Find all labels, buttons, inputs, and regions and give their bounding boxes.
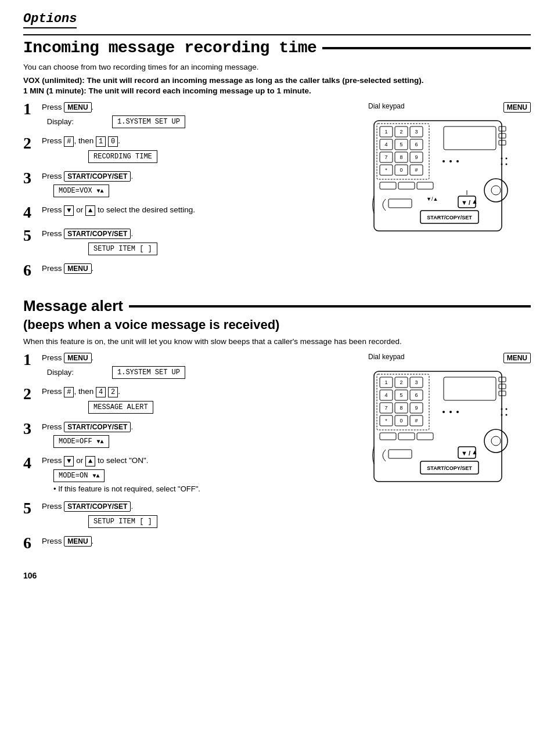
step-1: 1 Press MENU. Display: 1.SYSTEM SET UP	[23, 102, 357, 128]
svg-text:6: 6	[415, 392, 418, 398]
svg-rect-27	[380, 182, 396, 189]
svg-text:5: 5	[400, 392, 402, 398]
svg-rect-79	[398, 433, 415, 440]
section2-title: Message alert	[23, 297, 531, 315]
svg-text:7: 7	[384, 405, 387, 411]
s2-step-3: 3 Press START/COPY/SET. MODE=OFF ▼▲	[23, 422, 357, 448]
up-arrow-key: ▲	[85, 205, 95, 216]
s2-up-arrow-key: ▲	[85, 456, 95, 466]
svg-text:#: #	[415, 167, 418, 173]
s2-step-4: 4 Press ▼ or ▲ to select "ON". MODE=ON ▼…	[23, 456, 357, 493]
page-number: 106	[23, 571, 531, 580]
svg-point-41	[491, 186, 501, 195]
menu-button-ref2: MENU	[64, 263, 91, 274]
svg-text:4: 4	[384, 142, 387, 147]
device-diagram-2: 1 2 3 4 5 6 7 8 9 *	[368, 366, 525, 493]
svg-text:*: *	[385, 167, 387, 173]
svg-rect-28	[398, 182, 415, 189]
svg-rect-52	[444, 377, 496, 400]
s2-display-setup-item: SETUP ITEM [ ]	[88, 515, 157, 528]
hash-key: #	[64, 136, 74, 147]
svg-text:3: 3	[415, 379, 418, 385]
svg-point-88	[506, 408, 508, 410]
display-setup-item-1: SETUP ITEM [ ]	[88, 243, 157, 255]
svg-text:▲: ▲	[472, 448, 478, 455]
svg-text:9: 9	[415, 405, 418, 411]
svg-rect-84	[499, 377, 506, 382]
s2-step-6: 6 Press MENU.	[23, 536, 357, 551]
s2-step-5: 5 Press START/COPY/SET. SETUP ITEM [ ]	[23, 501, 357, 528]
svg-text:1: 1	[384, 379, 387, 385]
svg-point-30	[443, 160, 445, 162]
svg-rect-34	[499, 133, 506, 138]
section1-diagram: Dial keypad MENU 1 2 3 4	[368, 102, 531, 287]
s2-down-arrow-key: ▼	[64, 456, 74, 466]
svg-rect-50	[388, 199, 412, 208]
menu-diagram-label: MENU	[503, 102, 531, 113]
svg-point-40	[484, 179, 508, 202]
s2-menu-button-ref: MENU	[64, 353, 91, 363]
start-copy-set-ref2: START/COPY/SET	[64, 229, 131, 239]
section2-intro: When this feature is on, the unit will l…	[23, 337, 531, 346]
svg-point-83	[456, 411, 459, 413]
svg-point-36	[501, 158, 503, 160]
section2: Message alert (beeps when a voice messag…	[23, 297, 531, 559]
svg-text:/: /	[469, 450, 470, 457]
svg-rect-78	[380, 433, 396, 440]
svg-rect-35	[499, 140, 506, 145]
section1-steps: 1 Press MENU. Display: 1.SYSTEM SET UP 2	[23, 102, 357, 287]
svg-point-92	[491, 436, 501, 446]
step-5: 5 Press START/COPY/SET. SETUP ITEM [ ]	[23, 229, 357, 255]
dial-keypad-label: Dial keypad	[368, 102, 405, 113]
svg-text:1: 1	[384, 129, 387, 135]
section1-intro: You can choose from two recording times …	[23, 63, 531, 71]
svg-point-32	[456, 160, 459, 162]
s2-menu-diagram-label: MENU	[503, 353, 531, 363]
down-arrow-key: ▼	[64, 205, 74, 216]
svg-point-91	[484, 429, 508, 453]
svg-point-31	[449, 160, 452, 162]
section1-vox: VOX (unlimited): The unit will record an…	[23, 76, 531, 85]
display-system-set-up-1: 1.SYSTEM SET UP	[112, 115, 185, 128]
svg-text:START/COPY/SET: START/COPY/SET	[427, 215, 472, 220]
svg-point-38	[501, 164, 503, 165]
s2-key-2: 2	[108, 387, 118, 397]
section2-diagram: Dial keypad MENU 1 2 3 4 5	[368, 353, 531, 559]
svg-rect-33	[499, 126, 506, 131]
s2-step-1: 1 Press MENU. Display: 1.SYSTEM SET UP	[23, 353, 357, 379]
s2-step-2: 2 Press #, then 4 2. MESSAGE ALERT	[23, 387, 357, 414]
svg-text:▼/▲: ▼/▲	[426, 196, 438, 202]
svg-text:8: 8	[400, 405, 402, 411]
section2-title-lines	[129, 305, 531, 308]
svg-text:2: 2	[400, 379, 402, 385]
key-0: 0	[108, 136, 118, 147]
s2-menu-button-ref2: MENU	[64, 536, 91, 547]
svg-point-39	[506, 164, 508, 165]
s2-note: • If this feature is not required, selec…	[53, 484, 357, 493]
section1: Incoming message recording time You can …	[23, 39, 531, 287]
svg-text:0: 0	[400, 418, 402, 424]
svg-rect-99	[388, 450, 412, 458]
menu-button-ref: MENU	[64, 102, 91, 113]
svg-text:7: 7	[384, 154, 387, 160]
s2-display-message-alert: MESSAGE ALERT	[88, 401, 153, 414]
svg-text:3: 3	[415, 129, 418, 135]
options-header: Options	[23, 12, 77, 28]
s2-key-4: 4	[96, 387, 106, 397]
s2-dial-keypad-label: Dial keypad	[368, 353, 405, 363]
svg-point-89	[501, 414, 503, 416]
svg-text:9: 9	[415, 154, 418, 160]
svg-point-90	[506, 414, 508, 416]
section2-steps: 1 Press MENU. Display: 1.SYSTEM SET UP 2	[23, 353, 357, 559]
s2-start-copy-set-ref: START/COPY/SET	[64, 422, 131, 432]
svg-text:▼: ▼	[461, 199, 467, 206]
device-diagram-1: 1 2 3 4 5 6 7 8 9 *	[368, 115, 525, 243]
start-copy-set-ref: START/COPY/SET	[64, 171, 131, 182]
mode-vox-display: MODE=VOX ▼▲	[53, 185, 109, 197]
mode-on-display: MODE=ON ▼▲	[53, 469, 105, 482]
svg-rect-86	[499, 391, 506, 396]
svg-point-81	[443, 411, 445, 413]
svg-text:START/COPY/SET: START/COPY/SET	[427, 465, 472, 471]
mode-off-display: MODE=OFF ▼▲	[53, 435, 109, 448]
svg-text:#: #	[415, 418, 418, 424]
